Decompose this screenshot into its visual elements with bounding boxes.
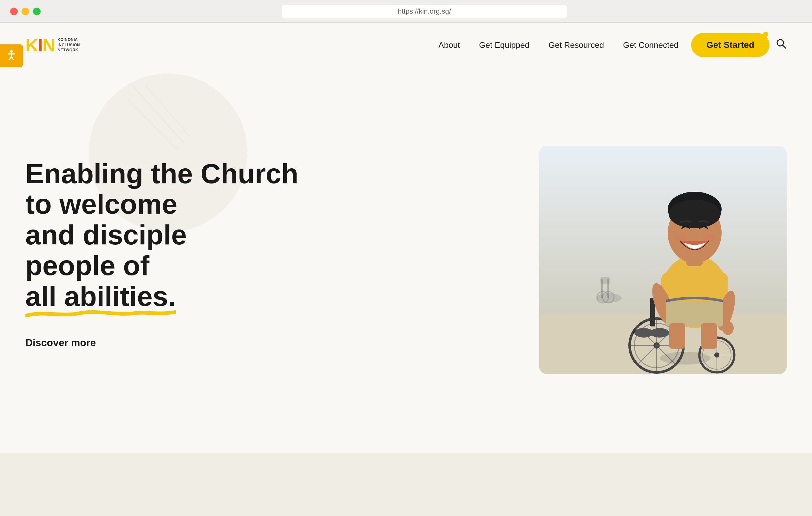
svg-rect-54 — [701, 323, 717, 348]
website-content: KIN KOINONIA INCLUSION NETWORK About Get… — [0, 23, 812, 516]
svg-point-51 — [702, 234, 715, 242]
logo-org-text: KOINONIA INCLUSION NETWORK — [57, 37, 80, 53]
nav-get-equipped[interactable]: Get Equipped — [479, 40, 529, 50]
main-nav: About Get Equipped Get Resourced Get Con… — [438, 40, 678, 50]
hero-image — [539, 146, 787, 374]
svg-rect-22 — [601, 277, 610, 284]
browser-window-controls — [10, 8, 40, 15]
underline-wave-svg — [25, 309, 176, 317]
nav-about[interactable]: About — [438, 40, 460, 50]
logo-k: K — [25, 35, 38, 55]
photo-illustration — [539, 146, 787, 374]
photo-background — [539, 146, 787, 374]
hero-section: Enabling the Church to welcome and disci… — [0, 67, 812, 453]
svg-rect-52 — [666, 301, 723, 327]
hero-line4: people of — [25, 250, 149, 281]
svg-rect-53 — [669, 323, 685, 348]
hero-heading: Enabling the Church to welcome and disci… — [25, 158, 520, 312]
site-header: KIN KOINONIA INCLUSION NETWORK About Get… — [0, 23, 812, 67]
svg-point-50 — [674, 234, 687, 242]
hero-left-content: Enabling the Church to welcome and disci… — [25, 67, 520, 453]
address-bar[interactable]: https://kin.org.sg/ — [282, 5, 567, 18]
logo[interactable]: KIN KOINONIA INCLUSION NETWORK — [25, 35, 80, 56]
logo-letters: KIN — [25, 35, 55, 56]
svg-line-6 — [783, 45, 786, 48]
close-window-button[interactable] — [10, 8, 18, 15]
lower-section — [0, 453, 812, 516]
hero-right-image — [539, 67, 787, 453]
svg-line-4 — [11, 56, 13, 60]
hero-line5: all abilities. — [25, 281, 176, 312]
svg-point-49 — [669, 200, 721, 228]
logo-n: N — [42, 35, 55, 55]
maximize-window-button[interactable] — [33, 8, 40, 15]
accessibility-icon — [6, 49, 17, 63]
browser-chrome: https://kin.org.sg/ — [0, 0, 812, 23]
svg-point-45 — [722, 321, 734, 335]
logo-i: I — [38, 35, 42, 55]
hero-line1: Enabling the Church — [25, 158, 298, 189]
search-button[interactable] — [776, 38, 787, 52]
svg-point-56 — [650, 328, 669, 338]
nav-get-resourced[interactable]: Get Resourced — [548, 40, 604, 50]
discover-more-link[interactable]: Discover more — [25, 337, 520, 348]
nav-get-connected[interactable]: Get Connected — [623, 40, 678, 50]
url-display: https://kin.org.sg/ — [398, 7, 451, 16]
accessibility-button[interactable] — [0, 44, 23, 67]
notification-dot — [763, 32, 768, 37]
get-started-button[interactable]: Get Started — [691, 33, 770, 57]
hero-line2: to welcome — [25, 188, 177, 220]
minimize-window-button[interactable] — [22, 8, 29, 15]
hero-line3: and disciple — [25, 219, 187, 250]
